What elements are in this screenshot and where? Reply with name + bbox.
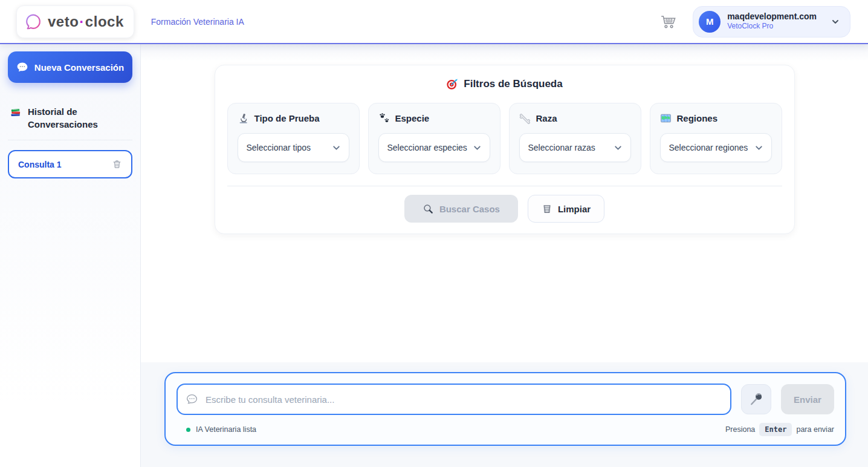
chat-footer: Enviar IA Veterinaria lista Presiona Ent… [141, 362, 868, 467]
history-header: Historial de Conversaciones [8, 105, 132, 131]
logo[interactable]: veto·clock [16, 5, 134, 38]
select-razas-dropdown[interactable]: Seleccionar razas [519, 133, 631, 162]
filter-label-row: Tipo de Prueba [238, 113, 349, 124]
select-value: Seleccionar razas [528, 143, 595, 152]
filter-regiones: Regiones Seleccionar regiones [650, 103, 782, 174]
filters-divider [227, 186, 782, 186]
search-cases-label: Buscar Casos [439, 204, 500, 214]
clear-filters-label: Limpiar [558, 204, 591, 214]
enter-key-badge: Enter [759, 423, 792, 436]
chat-input-card: Enviar IA Veterinaria lista Presiona Ent… [164, 372, 846, 446]
bone-icon [519, 113, 531, 124]
hint-prefix: Presiona [725, 425, 755, 434]
cart-icon[interactable] [660, 13, 678, 30]
delete-conversation-button[interactable] [111, 158, 123, 171]
filter-label: Raza [536, 113, 557, 123]
chat-input-wrap [177, 384, 731, 415]
microscope-icon [238, 113, 249, 124]
enter-hint: Presiona Enter para enviar [725, 423, 834, 436]
new-conversation-label: Nueva Conversación [34, 62, 124, 73]
filter-label-row: Especie [378, 113, 490, 124]
chevron-down-icon [754, 143, 764, 153]
nav-link-formacion-veterinaria[interactable]: Formación Veterinaria IA [151, 17, 244, 27]
user-name: maqdevelopment.com [727, 11, 817, 22]
filter-label-row: Regiones [660, 113, 772, 124]
select-value: Seleccionar tipos [247, 143, 311, 152]
select-especies-dropdown[interactable]: Seleccionar especies [378, 133, 490, 162]
speech-bubble-outline-icon [186, 393, 198, 406]
chat-bubble-icon [16, 61, 28, 73]
select-value: Seleccionar regiones [669, 143, 748, 152]
filter-label: Regiones [677, 113, 718, 123]
avatar: M [699, 11, 721, 33]
conversation-label: Consulta 1 [18, 160, 62, 169]
user-info: maqdevelopment.com VetoClock Pro [727, 11, 817, 31]
ai-status-label: IA Veterinaria lista [196, 425, 256, 434]
chevron-down-icon [472, 143, 482, 153]
chevron-down-icon [613, 143, 623, 153]
user-plan-link[interactable]: VetoClock Pro [727, 22, 817, 31]
send-button[interactable]: Enviar [781, 384, 834, 414]
select-value: Seleccionar especies [387, 143, 467, 152]
status-dot-icon [186, 428, 190, 432]
filters-grid: Tipo de Prueba Seleccionar tipos [227, 103, 782, 174]
filters-actions: Buscar Casos Limpiar [227, 195, 782, 223]
filter-label: Tipo de Prueba [254, 113, 320, 123]
microphone-button[interactable] [741, 384, 771, 414]
filter-label-row: Raza [519, 113, 631, 124]
books-icon [10, 106, 22, 119]
user-menu[interactable]: M maqdevelopment.com VetoClock Pro [693, 6, 850, 38]
filter-label: Especie [395, 113, 430, 123]
history-title: Historial de Conversaciones [28, 105, 131, 131]
filters-title-text: Filtros de Búsqueda [464, 78, 562, 90]
search-filters-card: Filtros de Búsqueda [215, 65, 795, 234]
app-header: veto·clock Formación Veterinaria IA M ma… [0, 0, 868, 44]
chevron-down-icon [831, 17, 840, 27]
search-cases-button[interactable]: Buscar Casos [404, 195, 518, 223]
filter-tipo-de-prueba: Tipo de Prueba Seleccionar tipos [227, 103, 360, 174]
filter-raza: Raza Seleccionar razas [509, 103, 641, 174]
wastebasket-icon [542, 203, 552, 214]
conversation-area: Filtros de Búsqueda [141, 44, 868, 362]
logo-speech-bubble-icon [24, 13, 42, 31]
chat-input-row: Enviar [177, 384, 834, 415]
world-map-icon [660, 113, 672, 124]
target-icon [446, 77, 459, 90]
hint-suffix: para enviar [796, 425, 834, 434]
select-regiones-dropdown[interactable]: Seleccionar regiones [660, 133, 772, 162]
sidebar-divider [8, 140, 132, 140]
chat-input[interactable] [177, 384, 731, 415]
main-area: Filtros de Búsqueda [141, 44, 868, 467]
logo-text: veto·clock [48, 13, 124, 30]
select-tipos-dropdown[interactable]: Seleccionar tipos [238, 133, 349, 162]
conversation-item[interactable]: Consulta 1 [8, 150, 132, 178]
paw-prints-icon [378, 113, 390, 124]
filters-title: Filtros de Búsqueda [227, 77, 782, 90]
filter-especie: Especie Seleccionar especies [368, 103, 500, 174]
chevron-down-icon [331, 143, 342, 153]
clear-filters-button[interactable]: Limpiar [528, 195, 604, 223]
new-conversation-button[interactable]: Nueva Conversación [8, 51, 132, 83]
ai-status: IA Veterinaria lista [177, 425, 256, 434]
sidebar: Nueva Conversación Historial de Conversa… [0, 44, 141, 467]
magnifier-icon [423, 203, 434, 215]
chat-meta-row: IA Veterinaria lista Presiona Enter para… [177, 423, 834, 436]
